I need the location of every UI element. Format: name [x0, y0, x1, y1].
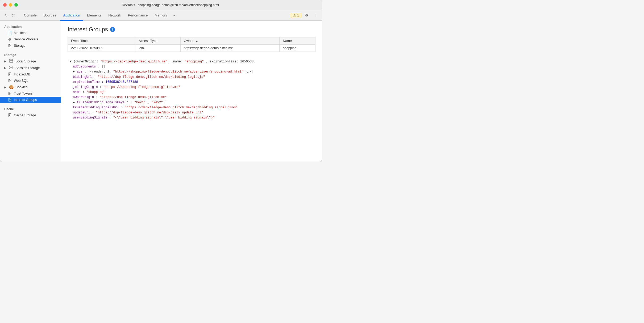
indexed-db-icon: 🗄 — [7, 72, 12, 76]
json-line-0[interactable]: ▼ {ownerOrigin: "https://dsp-fledge-demo… — [68, 59, 315, 64]
main-layout: Application 📄 Manifest ⚙ Service Workers… — [0, 21, 322, 162]
tab-memory-label: Memory — [155, 13, 167, 17]
sidebar-item-trust-tokens[interactable]: 🗄 Trust Tokens — [0, 90, 61, 97]
page-title-row: Interest Groups i — [68, 26, 315, 33]
sidebar-service-workers-label: Service Workers — [14, 37, 38, 41]
trust-tokens-icon: 🗄 — [7, 91, 12, 96]
sort-icon: ▲ — [196, 40, 198, 42]
warning-icon: ⚠ — [293, 14, 296, 17]
tab-console[interactable]: Console — [21, 10, 40, 21]
more-tabs-icon: » — [173, 13, 175, 17]
toolbar-right: ⚠ 1 ⚙ ⋮ — [291, 11, 320, 19]
info-icon[interactable]: i — [110, 27, 115, 32]
sidebar-item-storage[interactable]: 🗄 Storage — [0, 42, 61, 49]
json-line-3: biddingUrl : "https://dsp-fledge-demo.gl… — [68, 75, 315, 80]
tab-performance[interactable]: Performance — [125, 10, 151, 21]
svg-rect-0 — [10, 59, 13, 61]
interest-groups-table: Event Time Access Type Owner ▲ Name — [68, 37, 315, 52]
more-tabs-button[interactable]: » — [171, 11, 177, 19]
manifest-icon: 📄 — [7, 31, 12, 35]
sidebar-item-service-workers[interactable]: ⚙ Service Workers — [0, 36, 61, 42]
sidebar-cookies-label: Cookies — [15, 85, 27, 89]
arrow-icon: ▶ — [4, 66, 6, 69]
tab-console-label: Console — [24, 13, 37, 17]
device-toggle-button[interactable]: ⬚ — [10, 11, 17, 19]
cell-access-type: join — [135, 45, 181, 52]
table-row[interactable]: 22/03/2022, 10:50:16 join https://dsp-fl… — [68, 45, 315, 52]
svg-rect-3 — [10, 68, 13, 69]
minimize-button[interactable] — [9, 3, 12, 7]
title-bar: DevTools - shopping-fledge-demo.glitch.m… — [0, 0, 322, 10]
col-name[interactable]: Name — [280, 37, 315, 45]
arrow-icon: ▶ — [4, 86, 6, 89]
expand-icon[interactable]: ▶ — [73, 70, 75, 74]
sidebar-item-cache-storage[interactable]: 🗄 Cache Storage — [0, 112, 61, 118]
local-storage-icon — [9, 59, 13, 63]
warning-badge[interactable]: ⚠ 1 — [291, 13, 301, 18]
sidebar-trust-tokens-label: Trust Tokens — [14, 92, 33, 95]
tab-sources[interactable]: Sources — [40, 10, 60, 21]
sidebar-cache-storage-label: Cache Storage — [14, 113, 36, 117]
cell-name: shopping — [280, 45, 315, 52]
sidebar-manifest-label: Manifest — [14, 31, 26, 35]
tab-elements[interactable]: Elements — [84, 10, 105, 21]
sidebar-web-sql-label: Web SQL — [14, 79, 28, 83]
col-owner[interactable]: Owner ▲ — [180, 37, 280, 45]
cookies-icon: 🍪 — [9, 85, 13, 89]
json-line-6: name : "shopping" — [68, 90, 315, 95]
sidebar-section-application: Application — [0, 23, 61, 30]
tab-memory[interactable]: Memory — [151, 10, 170, 21]
sidebar-item-manifest[interactable]: 📄 Manifest — [0, 30, 61, 36]
sidebar-interest-groups-label: Interest Groups — [14, 98, 37, 102]
maximize-button[interactable] — [14, 3, 18, 7]
tab-application[interactable]: Application — [60, 10, 83, 21]
sidebar-section-cache: Cache — [0, 105, 61, 112]
tab-performance-label: Performance — [128, 13, 148, 17]
devtools-window: DevTools - shopping-fledge-demo.glitch.m… — [0, 0, 322, 162]
tab-sources-label: Sources — [44, 13, 56, 17]
tab-network[interactable]: Network — [105, 10, 124, 21]
json-line-1: adComponents : [] — [68, 64, 315, 69]
json-viewer: ▼ {ownerOrigin: "https://dsp-fledge-demo… — [68, 57, 315, 122]
sidebar-item-indexed-db[interactable]: 🗄 IndexedDB — [0, 71, 61, 78]
content-inner: Interest Groups i Event Time Access Type — [61, 21, 322, 162]
svg-rect-1 — [10, 61, 13, 62]
col-access-type[interactable]: Access Type — [135, 37, 181, 45]
json-line-5: joiningOrigin : "https://shopping-fledge… — [68, 85, 315, 90]
sidebar-item-web-sql[interactable]: 🗄 Web SQL — [0, 78, 61, 84]
cursor-icon: ↖ — [4, 13, 7, 17]
col-event-time[interactable]: Event Time — [68, 37, 135, 45]
content-area: Interest Groups i Event Time Access Type — [61, 21, 322, 162]
warning-count: 1 — [297, 14, 299, 17]
json-line-2[interactable]: ▶ ads : [{renderUrl: "https://shopping-f… — [68, 69, 315, 74]
arrow-icon: ▶ — [4, 60, 6, 63]
sidebar-storage-label: Storage — [14, 44, 26, 48]
sidebar-section-storage: Storage — [0, 51, 61, 58]
more-options-button[interactable]: ⋮ — [312, 11, 320, 19]
page-title: Interest Groups — [68, 26, 108, 33]
window-title: DevTools - shopping-fledge-demo.glitch.m… — [22, 3, 319, 7]
tab-elements-label: Elements — [87, 13, 101, 17]
expand-icon[interactable]: ▶ — [73, 101, 75, 104]
device-icon: ⬚ — [12, 13, 15, 17]
json-line-9: trustedBiddingSignalsUrl : "https://dsp-… — [68, 105, 315, 110]
toolbar: ↖ ⬚ Console Sources Application Elements… — [0, 10, 322, 21]
json-line-11: userBiddingSignals : "{\"user_bidding_si… — [68, 115, 315, 120]
svg-rect-2 — [10, 66, 13, 67]
cell-event-time: 22/03/2022, 10:50:16 — [68, 45, 135, 52]
sidebar-item-local-storage[interactable]: ▶ Local Storage — [0, 58, 61, 65]
tab-application-label: Application — [63, 13, 80, 17]
json-line-7: ownerOrigin : "https://dsp-fledge-demo.g… — [68, 95, 315, 100]
close-button[interactable] — [3, 3, 7, 7]
json-line-8[interactable]: ▶ trustedBiddingSignalsKeys : [ "key1" ,… — [68, 100, 315, 105]
cursor-tool-button[interactable]: ↖ — [2, 11, 9, 19]
json-line-4: expirationTime : 1650538216.837188 — [68, 80, 315, 85]
sidebar-item-session-storage[interactable]: ▶ Session Storage — [0, 65, 61, 71]
sidebar: Application 📄 Manifest ⚙ Service Workers… — [0, 21, 61, 162]
sidebar-item-cookies[interactable]: ▶ 🍪 Cookies — [0, 84, 61, 90]
expand-icon[interactable]: ▼ — [70, 60, 72, 63]
sidebar-session-storage-label: Session Storage — [15, 66, 40, 70]
sidebar-item-interest-groups[interactable]: 🗄 Interest Groups — [0, 97, 61, 103]
settings-button[interactable]: ⚙ — [303, 11, 310, 19]
toolbar-divider — [19, 13, 19, 18]
